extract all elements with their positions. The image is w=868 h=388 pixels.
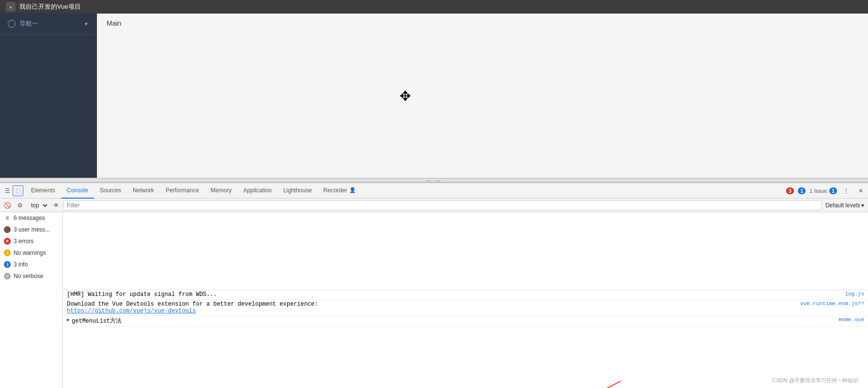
devtools-link[interactable]: https://github.com/vuejs/vue-devtools [67, 308, 196, 314]
hmr-log-source[interactable]: log.js [839, 291, 864, 297]
devtools-close-icon[interactable]: ✕ [855, 186, 866, 196]
info-icon: ℹ [4, 261, 11, 268]
sidebar-item-messages[interactable]: ≡ 6 messages [0, 212, 62, 224]
main-content: 导航一 ▼ Main ✥ — — ☰ ⬚ Elements Console [0, 14, 868, 388]
tab-console[interactable]: Console [61, 183, 94, 199]
browser-title: 我自己开发的Vue项目 [19, 2, 81, 11]
issue-label: 1 Issue: [809, 188, 828, 194]
sidebar-content [0, 34, 96, 178]
getmenulist-log-text: getMenuList方法 [72, 317, 833, 325]
sidebar-item-verbose[interactable]: V No verbose [0, 270, 62, 282]
user-messages-icon: 🚫 [4, 226, 11, 233]
move-cursor: ✥ [400, 88, 411, 104]
info-badge: 1 [798, 187, 806, 194]
eye-icon[interactable]: 👁 [51, 200, 62, 211]
console-toolbar: 🚫 ⚙ top 👁 Default levels ▾ [0, 199, 868, 212]
devtools-panel: ☰ ⬚ Elements Console Sources Network Per… [0, 182, 868, 388]
issue-badge: 1 Issue: 1 [809, 187, 837, 194]
log-entry-devtools: Download the Vue Devtools extension for … [63, 300, 868, 316]
console-settings-icon[interactable]: ⚙ [15, 200, 25, 211]
sidebar-nav-label: 导航一 [19, 19, 38, 28]
watermark: CSDN @不要排斥学习任何一种知识 [773, 377, 858, 384]
console-content: ≡ 6 messages 🚫 3 user mess... ✕ 3 errors… [0, 212, 868, 388]
devtools-tab-bar: ☰ ⬚ Elements Console Sources Network Per… [0, 183, 868, 199]
tab-memory[interactable]: Memory [205, 183, 237, 199]
tab-performance[interactable]: Performance [160, 183, 205, 199]
nav-icon [8, 20, 16, 28]
clear-console-icon[interactable]: 🚫 [2, 200, 13, 211]
sidebar-nav-item[interactable]: 导航一 ▼ [0, 14, 96, 34]
tab-elements[interactable]: Elements [25, 183, 61, 199]
default-levels-button[interactable]: Default levels ▾ [823, 201, 866, 210]
browser-favicon: ● [6, 2, 16, 12]
verbose-icon: V [4, 273, 11, 279]
console-log-area: [HMR] Waiting for update signal from WDS… [63, 290, 868, 388]
page-main-label: Main [107, 19, 121, 27]
issue-count: 1 [829, 187, 837, 194]
expand-icon[interactable]: ▶ [67, 317, 70, 323]
sidebar-chevron: ▼ [84, 21, 89, 27]
browser-title-bar: ● 我自己开发的Vue项目 [0, 0, 868, 14]
devtools-log-text: Download the Vue Devtools extension for … [67, 301, 794, 314]
log-entry-hmr: [HMR] Waiting for update signal from WDS… [63, 290, 868, 300]
devtools-icon-group: ☰ ⬚ [2, 186, 23, 196]
sidebar-panel: 导航一 ▼ [0, 14, 97, 178]
tab-application[interactable]: Application [237, 183, 278, 199]
viewport-area: 导航一 ▼ Main ✥ [0, 14, 868, 178]
devtools-more-icon[interactable]: ⋮ [841, 186, 852, 196]
messages-icon: ≡ [4, 215, 11, 221]
tab-sources[interactable]: Sources [94, 183, 127, 199]
devtools-cursor-icon[interactable]: ☰ [2, 186, 13, 196]
console-sidebar: ≡ 6 messages 🚫 3 user mess... ✕ 3 errors… [0, 212, 63, 388]
resize-handle[interactable]: — — [0, 178, 868, 182]
tab-recorder[interactable]: Recorder 👤 [318, 183, 362, 199]
hmr-log-text: [HMR] Waiting for update signal from WDS… [67, 291, 839, 298]
errors-icon: ✕ [4, 238, 11, 245]
getmenulist-log-source[interactable]: Home.vue [833, 317, 864, 323]
filter-input[interactable] [63, 201, 822, 210]
page-content: Main ✥ [97, 14, 868, 178]
devtools-log-source[interactable]: vue.runtime.esm.js?? [794, 301, 864, 307]
sidebar-item-info[interactable]: ℹ 3 info [0, 259, 62, 270]
sidebar-item-errors[interactable]: ✕ 3 errors [0, 235, 62, 247]
tab-lighthouse[interactable]: Lighthouse [278, 183, 318, 199]
devtools-inspect-icon[interactable]: ⬚ [13, 186, 23, 196]
error-badge: 3 [786, 187, 794, 194]
context-selector[interactable]: top [27, 201, 49, 210]
tab-network[interactable]: Network [127, 183, 160, 199]
devtools-tabs-right: 3 1 1 Issue: 1 ⋮ ✕ [786, 186, 866, 196]
sidebar-item-warnings[interactable]: ⚠ No warnings [0, 247, 62, 259]
sidebar-item-user-messages[interactable]: 🚫 3 user mess... [0, 224, 62, 235]
warnings-icon: ⚠ [4, 249, 11, 256]
log-entry-getmenulist: ▶ getMenuList方法 Home.vue [63, 316, 868, 326]
